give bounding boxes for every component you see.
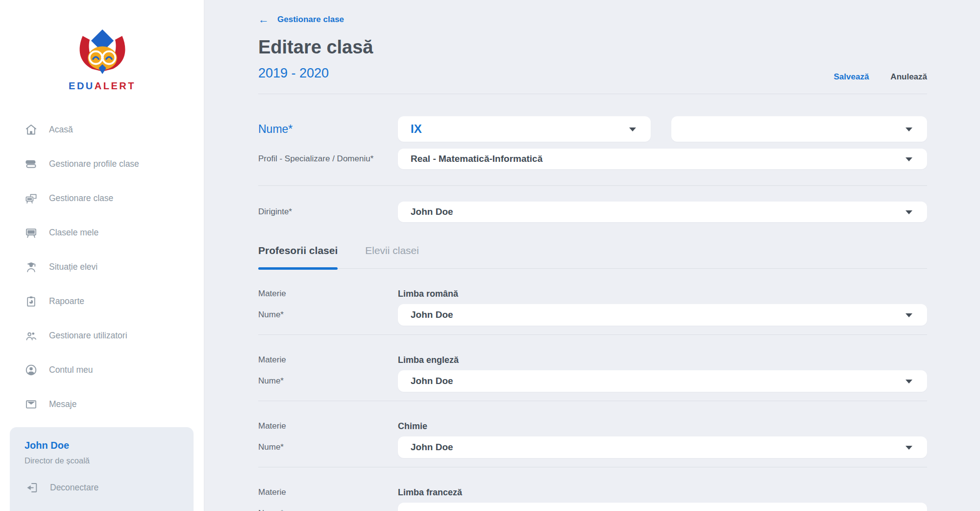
user-name: John Doe (24, 440, 194, 451)
logout-button[interactable]: Deconectare (24, 480, 194, 495)
sidebar-nav: Acasă Gestionare profile clase Gesti (0, 112, 204, 421)
sidebar-item-gestionare-clase[interactable]: Gestionare clase (0, 181, 204, 215)
books-icon (24, 156, 38, 171)
sidebar-item-label: Gestionare clase (49, 193, 113, 204)
class-name-secondary-select[interactable] (671, 116, 927, 142)
sidebar-item-label: Mesaje (49, 399, 76, 409)
sidebar-item-label: Contul meu (49, 365, 93, 375)
report-icon (24, 294, 38, 308)
profile-value: Real - Matematică-Informatică (411, 153, 542, 164)
tab-elevii-clasei[interactable]: Elevii clasei (365, 245, 419, 268)
brand-name: EDUALERT (0, 80, 204, 92)
sidebar-item-clasele-mele[interactable]: Clasele mele (0, 215, 204, 250)
teacher-row: Materie Limba engleză Nume* John Doe (258, 335, 927, 401)
user-card: John Doe Director de școală Deconectare (10, 427, 194, 511)
back-arrow-icon: ← (258, 14, 269, 25)
teacher-select[interactable] (398, 503, 927, 511)
chevron-down-icon (906, 210, 912, 214)
homeroom-label: Diriginte* (258, 207, 398, 217)
subject-value: Chimie (398, 421, 427, 432)
graduate-icon (24, 259, 38, 274)
owl-logo-icon (73, 28, 132, 76)
chevron-down-icon (906, 446, 912, 450)
class-name-value: IX (411, 122, 422, 136)
teacher-name-label: Nume* (258, 442, 398, 452)
subject-value: Limba română (398, 289, 458, 299)
blackboard-icon (24, 225, 38, 240)
users-icon (24, 328, 38, 343)
teacher-select[interactable]: John Doe (398, 436, 927, 458)
user-role: Director de școală (24, 456, 194, 465)
sidebar-item-label: Gestionare utilizatori (49, 331, 127, 341)
subject-label: Materie (258, 355, 398, 365)
sidebar-item-rapoarte[interactable]: Rapoarte (0, 284, 204, 318)
sidebar-item-label: Acasă (49, 125, 73, 135)
teacher-select[interactable]: John Doe (398, 370, 927, 392)
subject-label: Materie (258, 289, 398, 299)
sidebar-item-mesaje[interactable]: Mesaje (0, 387, 204, 421)
teacher-value: John Doe (411, 376, 453, 386)
profile-label: Profil - Specializare / Domeniu* (258, 154, 398, 164)
header-actions: Salvează Anulează (834, 72, 927, 82)
teacher-name-label: Nume* (258, 376, 398, 386)
section-divider (258, 185, 927, 186)
account-icon (24, 362, 38, 377)
school-year-subtitle: 2019 - 2020 (258, 64, 329, 82)
sidebar-item-label: Situație elevi (49, 262, 98, 272)
back-link-label: Gestionare clase (277, 15, 344, 25)
chevron-down-icon (906, 380, 912, 383)
sidebar-item-gestionare-utilizatori[interactable]: Gestionare utilizatori (0, 318, 204, 353)
save-button[interactable]: Salvează (834, 72, 869, 82)
class-tabs: Profesorii clasei Elevii clasei (258, 245, 927, 269)
home-icon (24, 122, 38, 137)
subject-value: Limba franceză (398, 487, 462, 498)
homeroom-select[interactable]: John Doe (398, 202, 927, 222)
subject-label: Materie (258, 487, 398, 497)
sidebar-item-gestionare-profile-clase[interactable]: Gestionare profile clase (0, 147, 204, 181)
chevron-down-icon (906, 313, 912, 317)
logout-icon (24, 480, 39, 495)
teacher-select[interactable]: John Doe (398, 304, 927, 326)
sidebar-item-acasa[interactable]: Acasă (0, 112, 204, 147)
logout-label: Deconectare (50, 483, 98, 493)
subject-label: Materie (258, 421, 398, 431)
cancel-button[interactable]: Anulează (890, 72, 927, 82)
app-logo: EDUALERT (0, 28, 204, 92)
sidebar-item-label: Gestionare profile clase (49, 159, 139, 169)
profile-select[interactable]: Real - Matematică-Informatică (398, 149, 927, 169)
presentation-icon (24, 191, 38, 205)
teacher-name-label: Nume* (258, 310, 398, 320)
subject-value: Limba engleză (398, 355, 459, 365)
main-content: ← Gestionare clase Editare clasă 2019 - … (204, 0, 980, 511)
chevron-down-icon (906, 128, 912, 131)
tab-profesorii-clasei[interactable]: Profesorii clasei (258, 245, 338, 268)
teacher-value: John Doe (411, 442, 453, 453)
teacher-name-label: Nume* (258, 509, 398, 511)
teacher-value: John Doe (411, 309, 453, 320)
sidebar-item-situatie-elevi[interactable]: Situație elevi (0, 250, 204, 284)
mail-icon (24, 397, 38, 411)
sidebar-item-contul-meu[interactable]: Contul meu (0, 353, 204, 387)
teacher-row: Materie Chimie Nume* John Doe (258, 401, 927, 467)
teacher-row: Materie Limba română Nume* John Doe (258, 269, 927, 335)
back-link[interactable]: ← Gestionare clase (258, 14, 344, 26)
homeroom-value: John Doe (411, 206, 453, 217)
sidebar: EDUALERT Acasă Gestionare profile clase (0, 0, 204, 511)
header-divider (258, 94, 927, 94)
class-name-select[interactable]: IX (398, 116, 651, 142)
chevron-down-icon (629, 128, 636, 131)
sidebar-item-label: Rapoarte (49, 296, 84, 307)
class-name-label: Nume* (258, 123, 398, 136)
page-title: Editare clasă (258, 36, 927, 58)
chevron-down-icon (906, 157, 912, 161)
teacher-row: Materie Limba franceză Nume* (258, 467, 927, 511)
sidebar-item-label: Clasele mele (49, 228, 98, 238)
